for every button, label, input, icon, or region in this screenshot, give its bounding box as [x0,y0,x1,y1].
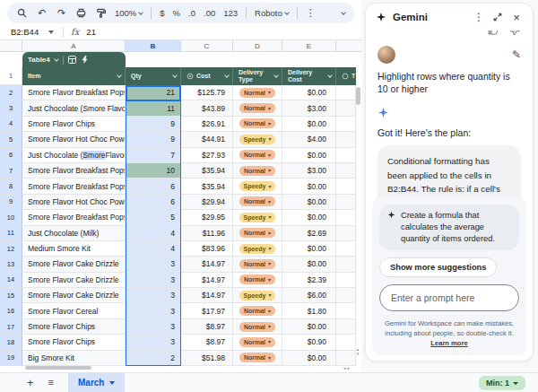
qty-cell[interactable]: 6 [126,179,181,194]
cost-cell[interactable]: $43.89 [181,100,233,116]
delivery-cost-cell[interactable]: $0.00 [282,241,336,257]
row-header[interactable]: 4 [0,117,22,132]
delivery-cost-cell[interactable]: $0.00 [282,117,336,132]
delivery-cost-cell[interactable]: $4.00 [282,132,336,147]
row-header[interactable]: 8 [0,179,22,194]
empty-cell[interactable] [336,303,356,318]
format-percent-button[interactable]: % [173,8,180,18]
more-options-icon[interactable]: ⋮ [306,8,316,18]
item-cell[interactable]: Smore Flavor Chips [22,319,126,335]
header-qty[interactable]: Qty [126,67,181,85]
empty-cell[interactable] [336,273,356,288]
column-header-b[interactable]: B [126,40,181,52]
delivery-dropdown[interactable]: Normal▾ [239,196,275,206]
row-header[interactable]: 9 [0,195,22,210]
header-partial[interactable]: T [336,67,356,85]
table-grid-icon[interactable] [68,56,76,64]
item-cell[interactable]: Smore Flavor Cake Drizzle [22,257,126,272]
delivery-cost-cell[interactable]: $0.00 [282,351,336,366]
item-cell[interactable]: Medium Smore Kit [22,241,126,257]
delivery-cost-cell[interactable]: $3.00 [282,100,336,116]
delivery-type-cell[interactable]: Speedy▾ [233,179,282,194]
delivery-dropdown[interactable]: Speedy▾ [239,291,276,301]
row-header[interactable]: 13 [0,257,22,272]
empty-cell[interactable] [336,319,356,335]
redo-icon[interactable]: ↷ [56,7,67,19]
cost-cell[interactable]: $83.96 [181,241,233,257]
column-header-c[interactable]: C [181,40,233,52]
item-cell[interactable]: Smore Flavor Cake Drizzle [22,273,126,288]
cost-cell[interactable]: $27.93 [181,148,233,163]
expand-icon[interactable] [491,11,504,23]
delivery-type-cell[interactable]: Normal▾ [233,319,282,335]
item-cell[interactable]: Smore Flavor Breakfast Pops [22,179,126,194]
collapse-toolbar-icon[interactable] [341,10,346,15]
edit-prompt-icon[interactable]: ✎ [512,48,521,61]
column-header-a[interactable]: A [22,40,126,52]
cost-cell[interactable]: $35.94 [181,163,233,179]
thumbs-down-icon[interactable] [509,30,520,36]
empty-cell[interactable] [336,148,356,163]
item-cell[interactable]: Just Chocolate (Smore Flavor) [22,148,126,163]
name-box[interactable]: B2:B44 [0,27,47,37]
row-header[interactable]: 14 [0,273,22,288]
delivery-type-cell[interactable]: Normal▾ [233,226,282,241]
delivery-dropdown[interactable]: Speedy▾ [239,135,276,144]
item-cell[interactable]: Smore Flavor Chips [22,117,126,132]
delivery-dropdown[interactable]: Normal▾ [239,274,275,284]
delivery-type-cell[interactable]: Normal▾ [233,303,282,318]
delivery-dropdown[interactable]: Normal▾ [239,306,275,316]
search-icon[interactable] [16,7,28,19]
cost-cell[interactable]: $125.79 [181,85,233,100]
print-icon[interactable] [75,7,87,19]
delivery-type-cell[interactable]: Normal▾ [233,100,282,116]
filter-chevron-icon[interactable] [327,73,333,78]
row-header[interactable]: 5 [0,132,22,147]
row-header[interactable]: 6 [0,148,22,163]
table-name-tab[interactable]: Table4 [22,52,126,67]
delivery-dropdown[interactable]: Normal▾ [239,337,275,347]
cost-cell[interactable]: $51.98 [181,351,233,366]
row-header[interactable]: 15 [0,288,22,303]
empty-cell[interactable] [336,117,356,132]
delivery-type-cell[interactable]: Speedy▾ [233,210,282,225]
empty-cell[interactable] [336,132,356,147]
cost-cell[interactable]: $26.91 [181,117,233,132]
delivery-dropdown[interactable]: Speedy▾ [239,213,276,222]
horizontal-scrollbar[interactable] [25,366,91,370]
cost-cell[interactable]: $29.94 [181,195,233,210]
empty-cell[interactable] [336,179,356,194]
filter-chevron-icon[interactable] [273,73,279,78]
delivery-cost-cell[interactable]: $2.39 [282,273,336,288]
all-sheets-icon[interactable]: ≡ [48,378,54,388]
cost-cell[interactable]: $35.94 [181,179,233,194]
delivery-type-cell[interactable]: Speedy▾ [233,241,282,257]
vertical-scrollbar[interactable] [356,87,360,105]
delivery-dropdown[interactable]: Speedy▾ [239,244,276,254]
delivery-cost-cell[interactable]: $0.00 [282,210,336,225]
qty-cell[interactable]: 7 [126,148,181,163]
learn-more-link[interactable]: Learn more [430,339,467,347]
delivery-type-cell[interactable]: Normal▾ [233,163,282,179]
delivery-cost-cell[interactable]: $0.00 [282,179,336,194]
row-header[interactable]: 12 [0,241,22,257]
header-item[interactable]: Item [22,67,126,85]
cost-cell[interactable]: $14.97 [181,257,233,272]
row-header[interactable]: 19 [0,351,22,366]
cost-cell[interactable]: $29.95 [181,210,233,225]
qty-cell[interactable]: 3 [126,273,181,288]
row-header[interactable]: 7 [0,163,22,179]
show-more-suggestions-button[interactable]: Show more suggestions [379,257,497,277]
increase-decimals-button[interactable]: .00 [204,8,215,18]
chevron-down-icon[interactable] [48,30,54,34]
item-cell[interactable]: Just Chocolate (Smore Flavor) [22,100,126,116]
delivery-cost-cell[interactable]: $1.80 [282,303,336,318]
empty-cell[interactable] [336,85,356,100]
qty-cell[interactable]: 10 [126,163,181,179]
delivery-dropdown[interactable]: Normal▾ [239,353,275,362]
delivery-type-cell[interactable]: Normal▾ [233,351,282,366]
delivery-cost-cell[interactable]: $2.69 [282,226,336,241]
delivery-type-cell[interactable]: Normal▾ [233,335,282,350]
qty-cell[interactable]: 3 [126,257,181,272]
cost-cell[interactable]: $44.91 [181,132,233,147]
